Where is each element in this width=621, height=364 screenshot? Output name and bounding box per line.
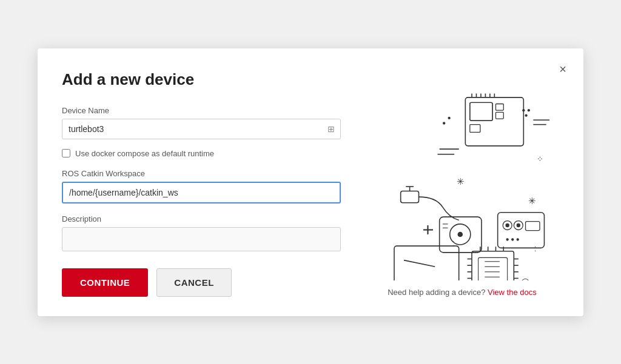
cancel-button[interactable]: CANCEL [156,268,232,297]
svg-rect-19 [401,191,419,202]
svg-text:⁚: ⁚ [452,240,455,247]
add-device-dialog: × Add a new device Device Name ⊞ Use doc… [38,48,583,316]
svg-point-12 [522,109,525,111]
device-name-label: Device Name [62,106,341,115]
svg-point-14 [525,114,527,116]
continue-button[interactable]: CONTINUE [62,268,148,297]
description-input[interactable] [62,227,341,251]
illustration-panel: ✳ ⁘ ✳ ◯ ⁚ ⁚ Need help adding a device? V… [365,70,559,297]
svg-point-18 [443,122,445,124]
help-text: Need help adding a device? View the docs [388,280,537,297]
device-name-input[interactable] [62,119,341,139]
svg-point-33 [506,238,509,240]
ros-workspace-input[interactable] [62,182,341,204]
svg-line-37 [404,260,435,266]
svg-point-35 [517,238,519,240]
dialog-title: Add a new device [62,70,341,89]
close-button[interactable]: × [557,61,569,78]
svg-rect-1 [470,102,492,121]
svg-point-31 [517,223,520,227]
svg-text:✳: ✳ [457,176,465,186]
svg-text:⁘: ⁘ [537,154,543,164]
svg-point-17 [448,116,451,119]
view-docs-link[interactable]: View the docs [488,288,537,297]
svg-point-34 [511,238,514,240]
docker-compose-row: Use docker compose as default runtime [62,149,341,158]
svg-rect-36 [394,246,459,280]
svg-rect-0 [465,97,523,145]
device-name-wrapper: ⊞ [62,119,341,139]
ros-workspace-label: ROS Catkin Workspace [62,169,341,178]
action-buttons: CONTINUE CANCEL [62,268,341,297]
svg-point-24 [458,231,463,237]
svg-rect-2 [470,102,492,121]
svg-rect-32 [526,221,540,230]
device-icon: ⊞ [327,124,335,134]
device-illustration: ✳ ⁘ ✳ ◯ ⁚ ⁚ [365,82,559,280]
svg-rect-3 [495,104,503,110]
form-panel: Add a new device Device Name ⊞ Use docke… [62,70,341,297]
svg-rect-5 [470,124,480,132]
svg-point-29 [505,223,509,227]
description-label: Description [62,214,341,223]
docker-compose-label: Use docker compose as default runtime [75,149,214,158]
docker-compose-checkbox[interactable] [62,149,70,157]
svg-text:✳: ✳ [528,195,536,205]
svg-text:⁚: ⁚ [534,245,537,252]
svg-point-13 [528,109,530,111]
svg-rect-4 [495,112,503,119]
